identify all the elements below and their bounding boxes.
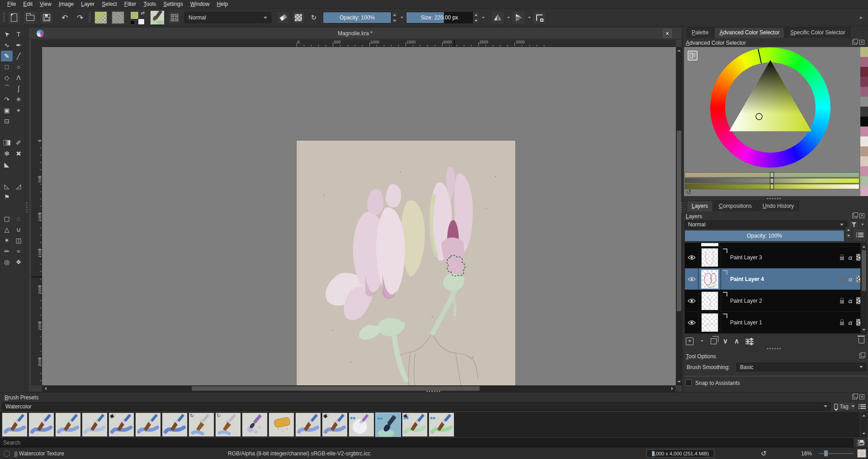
brush-preset-tile[interactable] [55,412,81,437]
tool-magnetic-select[interactable]: ≈ [13,246,24,257]
tool-line[interactable]: ╱ [13,51,24,61]
size-spinner[interactable] [473,12,479,23]
history-color-swatch[interactable] [860,67,868,77]
brush-preset-tile[interactable] [349,412,374,437]
brush-preset-tile[interactable] [162,412,188,437]
opacity-options-caret[interactable] [400,15,404,20]
menu-select[interactable]: Select [98,0,120,8]
tool-polygonal-select[interactable]: △ [1,224,13,235]
add-layer-caret[interactable] [700,339,704,343]
layer-list-scrollbar[interactable] [860,243,867,333]
layer-visibility-toggle[interactable] [685,290,698,311]
history-color-swatch[interactable] [860,117,868,126]
layer-view-mode-button[interactable] [853,228,867,242]
pattern-chooser-button[interactable] [110,10,126,25]
layer-lock-icon[interactable] [840,300,844,304]
layer-row-paint-layer-2[interactable]: Paint Layer 2α [685,290,867,312]
brush-preset-tile[interactable] [108,412,134,437]
inherit-alpha-icon[interactable] [723,248,727,253]
history-color-swatch[interactable] [860,57,868,67]
swap-colors-icon[interactable]: ⇄ [141,10,145,15]
history-color-swatch[interactable] [860,176,868,186]
vertical-scrollbar-thumb[interactable] [677,131,681,311]
menu-view[interactable]: View [36,0,55,8]
brush-preset-tile[interactable]: ↻ [189,412,214,437]
inherit-alpha-icon[interactable] [723,270,727,275]
zoom-slider-handle[interactable] [824,450,828,457]
document-title-bar[interactable]: Magnolie.kra * ✕ [28,28,682,39]
history-color-swatch[interactable] [860,77,868,87]
tool-reference-images[interactable]: ⚑ [1,192,13,202]
brush-preset-tile[interactable] [242,412,268,437]
horizontal-mirror-button[interactable] [491,11,505,24]
alpha-lock-icon[interactable]: α [848,319,852,326]
brush-preset-tile[interactable] [429,412,454,437]
history-color-swatch[interactable] [860,47,868,57]
menu-image[interactable]: Image [55,0,77,8]
tool-measure[interactable]: ◿ [13,181,24,192]
canvas-image[interactable] [297,141,515,385]
layer-thumbnail[interactable] [701,270,718,289]
float-docker-icon[interactable] [852,394,857,399]
tool-move[interactable]: ⌖ [13,105,24,116]
brush-preset-tile[interactable]: ↻ [215,412,241,437]
vertical-scrollbar[interactable] [676,47,682,385]
toolbar-overflow-button[interactable]: » [856,11,866,24]
tool-gradient[interactable] [1,137,13,148]
history-color-swatch[interactable] [860,146,868,156]
tool-dynamic-brush[interactable]: ↷ [1,94,13,105]
inherit-alpha-icon[interactable] [723,292,727,296]
layer-thumbnail[interactable] [701,313,718,332]
menu-settings[interactable]: Settings [160,0,186,8]
layer-opacity-slider[interactable]: Opacity: 100% [684,230,844,242]
tab-advanced-color-selector[interactable]: Advanced Color Selector [714,27,784,38]
value-bar-handle[interactable] [770,184,774,189]
lightness-bar-handle[interactable] [770,178,774,183]
size-slider[interactable]: Size: 220.00 px [406,12,473,23]
advanced-color-selector[interactable]: ↺ [684,47,860,196]
layer-row-partial[interactable] [685,243,867,247]
layer-opacity-spinner[interactable] [845,227,852,239]
brush-preset-thumbnail-button[interactable] [149,9,165,26]
brush-preset-tile[interactable] [2,412,28,437]
tool-transform[interactable]: ▣ [1,105,13,116]
tool-assistants[interactable]: ◺ [1,181,13,192]
foreground-background-colors[interactable]: ⇄ [129,9,146,26]
tool-freehand-brush[interactable]: ✎ [1,51,13,61]
color-history-reset-icon[interactable]: ↺ [686,188,692,196]
alpha-lock-icon[interactable]: α [848,254,852,261]
float-docker-icon[interactable] [859,353,864,358]
docker-splitter-handle[interactable]: •••••• [767,198,782,200]
menu-help[interactable]: Help [213,0,231,8]
tool-rectangle[interactable]: □ [1,61,13,72]
brush-preset-tile[interactable] [269,412,294,437]
tag-filter-dropdown[interactable]: Watercolor [2,402,831,411]
dock-splitter-handle[interactable] [680,202,682,212]
preset-scrollbar[interactable] [861,412,867,437]
selection-mode-icon[interactable] [4,450,10,457]
menu-layer[interactable]: Layer [77,0,98,8]
layer-row-paint-layer-3[interactable]: Paint Layer 3α [685,247,867,268]
history-color-swatch[interactable] [860,156,868,166]
history-color-swatch[interactable] [860,87,868,97]
black-reset-swatch[interactable] [130,20,135,25]
history-color-swatch[interactable] [860,166,868,176]
background-color-swatch[interactable] [138,19,145,25]
save-document-button[interactable] [40,11,53,24]
canvas-viewport[interactable] [42,47,676,385]
canvas-overview-button[interactable] [857,449,866,458]
tool-select-from-color[interactable]: ◫ [13,235,24,246]
brush-preset-tile[interactable] [82,412,108,437]
size-options-caret[interactable] [481,15,486,20]
layer-visibility-toggle[interactable] [685,312,698,333]
tool-zoom-tool[interactable]: ◎ [1,257,13,267]
undo-button[interactable]: ↶ [58,11,71,24]
layer-lock-icon[interactable] [840,278,844,282]
layer-properties-button[interactable] [745,338,754,344]
menu-edit[interactable]: Edit [19,0,36,8]
toolbar-grip[interactable] [3,12,5,23]
opacity-spinner[interactable] [392,12,398,23]
color-selector-settings-icon[interactable] [688,51,698,61]
tool-edit-shapes[interactable]: ∿ [1,40,13,51]
close-docker-icon[interactable]: ✕ [859,40,864,45]
